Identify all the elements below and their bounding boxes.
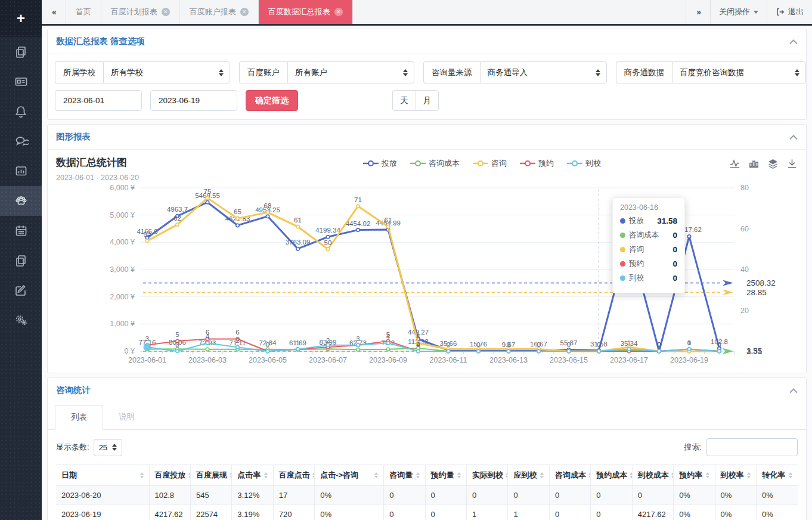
inquiry-source-filter-label: 咨询量来源 [423, 61, 480, 83]
select-arrows-icon [795, 69, 799, 76]
legend-marker-icon [473, 160, 488, 167]
scroll-tabs-right-button[interactable]: » [686, 0, 710, 24]
sidebar-item-calendar[interactable] [0, 216, 42, 246]
sort-icon [706, 472, 709, 478]
tooltip-series-name: 咨询成本 [629, 230, 659, 240]
svg-text:0: 0 [175, 341, 179, 348]
school-select[interactable]: 所有学校 [103, 61, 230, 83]
page-size-select[interactable]: 25 [94, 439, 122, 456]
stack-icon[interactable] [767, 158, 779, 169]
date-from-input[interactable]: 2023-06-01 [55, 90, 142, 111]
close-icon[interactable]: ✕ [240, 8, 249, 16]
close-operations-dropdown[interactable]: 关闭操作 [710, 0, 767, 24]
table-cell: 0% [715, 505, 756, 520]
table-cell: 0% [715, 486, 756, 505]
summary-line-chart[interactable]: 0 ¥1,000 ¥2,000 ¥3,000 ¥4,000 ¥5,000 ¥6,… [56, 182, 812, 369]
sort-icon [416, 472, 420, 478]
table-cell: 0 [384, 505, 425, 520]
legend-item-4[interactable]: 到校 [567, 158, 601, 169]
column-header-3[interactable]: 点击率 [232, 465, 273, 486]
sidebar-item-card-list[interactable] [0, 67, 42, 97]
bar-chart-icon[interactable] [748, 158, 760, 169]
swt-data-select[interactable]: 百度竞价咨询数据 [672, 61, 806, 83]
column-label: 预约成本 [596, 470, 627, 481]
sidebar-item-settings[interactable] [0, 305, 42, 335]
collapse-chevron-icon[interactable] [789, 36, 798, 47]
column-header-1[interactable]: 百度投放 [149, 465, 190, 486]
table-cell: 102.8 [149, 486, 190, 505]
column-label: 点击率 [237, 470, 261, 481]
legend-item-1[interactable]: 咨询成本 [410, 158, 460, 169]
column-label: 应到校 [513, 470, 537, 481]
column-header-8[interactable]: 实际到校 [467, 465, 508, 486]
close-icon[interactable]: ✕ [334, 8, 343, 16]
column-header-4[interactable]: 百度点击 [273, 465, 314, 486]
column-header-13[interactable]: 预约率 [674, 465, 715, 486]
legend-item-0[interactable]: 投放 [363, 158, 397, 169]
tab-baidu-plan-report[interactable]: 百度计划报表 ✕ [101, 0, 180, 24]
calendar-icon [14, 224, 29, 238]
tab-baidu-summary-report[interactable]: 百度数据汇总报表 ✕ [259, 0, 353, 24]
inquiry-source-select[interactable]: 商务通导入 [480, 61, 607, 83]
svg-text:1,000 ¥: 1,000 ¥ [110, 320, 135, 328]
collapse-chevron-icon[interactable] [789, 132, 798, 143]
table-cell: 0% [674, 486, 715, 505]
confirm-filter-button[interactable]: 确定筛选 [246, 90, 298, 111]
tooltip-series-name: 到校 [629, 273, 644, 283]
column-header-14[interactable]: 到校率 [715, 465, 756, 486]
svg-text:4199.34: 4199.34 [315, 227, 340, 234]
tab-home[interactable]: 首页 [66, 0, 101, 24]
sidebar-item-notifications[interactable] [0, 97, 42, 126]
svg-text:5: 5 [175, 331, 179, 338]
sidebar-item-edit[interactable] [0, 276, 42, 305]
table-cell: 3.12% [232, 486, 273, 505]
line-chart-icon[interactable] [729, 158, 740, 169]
sidebar-item-reports[interactable] [0, 156, 42, 186]
column-header-0[interactable]: 日期 [56, 465, 149, 486]
sidebar-add-button[interactable]: + [0, 0, 42, 37]
legend-item-3[interactable]: 预约 [520, 158, 554, 169]
column-header-2[interactable]: 百度展现 [190, 465, 231, 486]
sidebar-item-messages[interactable] [0, 126, 42, 156]
tab-baidu-account-report[interactable]: 百度账户报表 ✕ [180, 0, 259, 24]
sidebar-item-documents[interactable] [0, 37, 42, 67]
download-icon[interactable] [786, 158, 798, 169]
svg-text:71: 71 [354, 196, 362, 203]
search-input[interactable] [706, 438, 798, 456]
logout-button[interactable]: 退出 [767, 0, 812, 24]
period-day-button[interactable]: 天 [392, 90, 416, 111]
svg-text:0: 0 [416, 341, 420, 348]
chart-panel-header: 图形报表 [48, 125, 806, 150]
column-header-15[interactable]: 转化率 [756, 465, 798, 486]
table-row: 2023-06-20102.85453.12%170%00000000%0%0% [56, 486, 798, 505]
logout-icon [776, 8, 785, 16]
school-filter-label: 所属学校 [55, 61, 103, 83]
column-header-9[interactable]: 应到校 [508, 465, 549, 486]
date-to-input[interactable]: 2023-06-19 [150, 90, 237, 111]
column-header-6[interactable]: 咨询量 [384, 465, 425, 486]
tab-list[interactable]: 列表 [55, 405, 103, 430]
legend-item-2[interactable]: 咨询 [473, 158, 507, 169]
svg-text:1: 1 [296, 339, 299, 346]
close-icon[interactable]: ✕ [162, 8, 170, 16]
scroll-tabs-left-button[interactable]: « [42, 0, 66, 24]
tooltip-series-name: 投放 [629, 216, 644, 226]
column-header-12[interactable]: 到校成本 [632, 465, 673, 486]
svg-text:3: 3 [145, 335, 149, 342]
sidebar-item-documents-2[interactable] [0, 246, 42, 276]
tab-description[interactable]: 说明 [103, 405, 150, 430]
period-month-button[interactable]: 月 [416, 90, 439, 111]
chart-panel: 图形报表 数据汇总统计图 2023-06-01 - 2023-06-20 投放咨… [47, 124, 807, 373]
page-size-control: 显示条数: 25 [56, 439, 122, 456]
sidebar-item-paw[interactable] [0, 186, 42, 216]
column-header-5[interactable]: 点击->咨询 [315, 465, 384, 486]
column-header-11[interactable]: 预约成本 [591, 465, 632, 486]
baidu-account-select[interactable]: 所有账户 [287, 61, 414, 83]
column-header-7[interactable]: 预约量 [425, 465, 466, 486]
svg-text:2023-06-01: 2023-06-01 [128, 356, 166, 364]
column-header-10[interactable]: 咨询成本 [549, 465, 590, 486]
chart-title: 数据汇总统计图 [56, 156, 235, 169]
svg-text:0: 0 [717, 341, 721, 348]
collapse-chevron-icon[interactable] [789, 385, 798, 396]
baidu-account-filter-label: 百度账户 [239, 61, 287, 83]
